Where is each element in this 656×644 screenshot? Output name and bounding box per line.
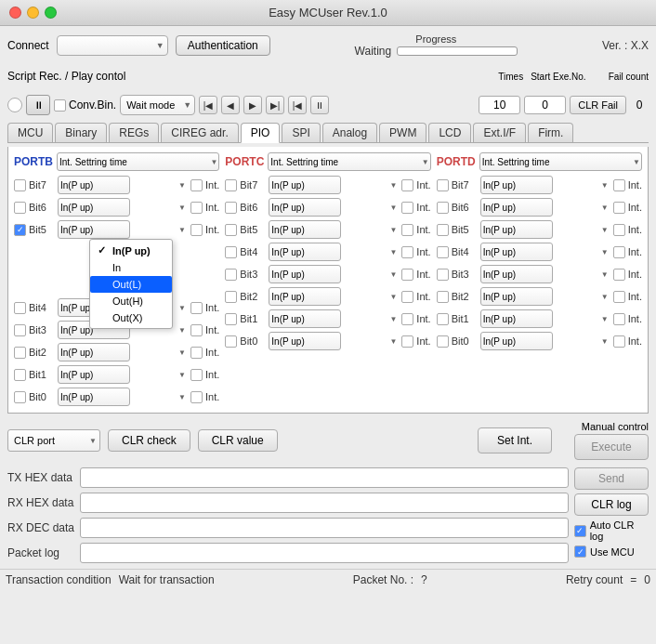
dropdown-item-in[interactable]: In	[90, 259, 172, 276]
dropdown-item-inpup[interactable]: ✓ In(P up)	[90, 242, 172, 259]
maximize-button[interactable]	[45, 7, 57, 19]
portc-bit2-mode-select[interactable]: In(P up)	[269, 287, 341, 306]
portb-bit4-int-check[interactable]	[190, 302, 203, 314]
portb-bit6-mode-select[interactable]: In(P up)	[58, 198, 130, 217]
packet-log-input[interactable]	[80, 543, 569, 563]
authentication-button[interactable]: Authentication	[176, 35, 270, 56]
portd-bit6-int-check[interactable]	[613, 202, 625, 214]
portd-bit5-mode-select[interactable]: In(P up)	[480, 220, 553, 239]
portc-bit7-mode-select[interactable]: In(P up)	[269, 176, 341, 194]
tab-ext-if[interactable]: Ext.I/F	[473, 123, 526, 142]
portd-bit3-mode-select[interactable]: In(P up)	[480, 265, 553, 283]
portb-bit5-int-check[interactable]	[190, 224, 203, 236]
pause-button[interactable]: ⏸	[26, 95, 50, 115]
tab-lcd[interactable]: LCD	[428, 123, 471, 142]
portd-bit4-int-check[interactable]	[613, 246, 625, 258]
portb-bit6-checkbox[interactable]	[14, 202, 26, 214]
portc-bit1-checkbox[interactable]	[225, 313, 237, 325]
portc-bit2-checkbox[interactable]	[225, 291, 237, 303]
minimize-button[interactable]	[27, 7, 39, 19]
portb-setting-select[interactable]: Int. Settring time	[57, 152, 219, 171]
tab-analog[interactable]: Analog	[322, 123, 377, 142]
dropdown-item-outx[interactable]: Out(X)	[90, 309, 172, 326]
clr-fail-button[interactable]: CLR Fail	[570, 96, 626, 114]
portc-bit3-checkbox[interactable]	[225, 269, 237, 281]
portc-bit1-int-check[interactable]	[401, 313, 413, 325]
portd-bit7-mode-select[interactable]: In(P up)	[480, 176, 553, 194]
portc-bit1-mode-select[interactable]: In(P up)	[269, 309, 341, 328]
clr-log-button[interactable]: CLR log	[574, 493, 649, 516]
wait-mode-select[interactable]: Wait mode	[120, 95, 195, 115]
portb-bit7-int-check[interactable]	[190, 179, 203, 191]
portd-bit6-checkbox[interactable]	[437, 202, 449, 214]
tab-regs[interactable]: REGs	[109, 123, 159, 142]
nav-prev-start-button[interactable]: |◀	[199, 96, 217, 114]
radio-button-1[interactable]	[7, 98, 22, 112]
portd-bit4-mode-select[interactable]: In(P up)	[480, 243, 553, 261]
tab-firm[interactable]: Firm.	[528, 123, 573, 142]
portb-bit1-mode-select[interactable]: In(P up)	[58, 365, 130, 384]
portd-bit1-checkbox[interactable]	[437, 313, 449, 325]
clr-check-button[interactable]: CLR check	[108, 429, 190, 452]
portd-bit5-int-check[interactable]	[613, 224, 625, 236]
portb-bit5-mode-select[interactable]: In(P up)	[58, 220, 130, 239]
portc-bit7-checkbox[interactable]	[225, 179, 237, 191]
portb-bit7-checkbox[interactable]	[14, 179, 26, 191]
portc-bit5-checkbox[interactable]	[225, 224, 237, 236]
portd-setting-select[interactable]: Int. Settring time	[479, 152, 642, 171]
portb-bit6-int-check[interactable]	[190, 202, 203, 214]
send-button[interactable]: Send	[574, 467, 649, 490]
tx-hex-input[interactable]	[80, 467, 569, 488]
portd-bit0-int-check[interactable]	[613, 335, 625, 348]
portb-bit1-checkbox[interactable]	[14, 369, 26, 381]
portd-bit6-mode-select[interactable]: In(P up)	[480, 198, 553, 217]
portc-bit4-mode-select[interactable]: In(P up)	[269, 243, 341, 261]
start-exe-input[interactable]	[524, 96, 566, 114]
portc-bit4-checkbox[interactable]	[225, 246, 237, 258]
portc-bit6-checkbox[interactable]	[225, 202, 237, 214]
portc-bit0-int-check[interactable]	[401, 335, 413, 348]
portd-bit3-checkbox[interactable]	[437, 269, 449, 281]
portb-bit5-checkbox[interactable]: ✓	[14, 224, 26, 236]
tab-mcu[interactable]: MCU	[7, 123, 53, 142]
clr-value-button[interactable]: CLR value	[198, 429, 278, 452]
dropdown-item-outh[interactable]: Out(H)	[90, 293, 172, 309]
portc-bit5-mode-select[interactable]: In(P up)	[269, 220, 341, 239]
rx-hex-input[interactable]	[80, 493, 569, 513]
dropdown-item-outl[interactable]: Out(L)	[90, 276, 172, 293]
conv-bin-checkbox[interactable]	[54, 99, 66, 112]
times-input[interactable]	[479, 96, 520, 114]
tab-pio[interactable]: PIO	[241, 123, 281, 143]
portd-bit7-int-check[interactable]	[613, 179, 625, 191]
tab-cireg[interactable]: CIREG adr.	[161, 123, 238, 142]
portd-bit5-checkbox[interactable]	[437, 224, 449, 236]
portd-bit4-checkbox[interactable]	[437, 246, 449, 258]
nav-prev-button[interactable]: ◀	[221, 96, 240, 114]
portb-bit3-checkbox[interactable]	[14, 324, 26, 336]
portd-bit0-checkbox[interactable]	[437, 335, 449, 348]
portc-bit0-mode-select[interactable]: In(P up)	[269, 332, 341, 350]
use-mcu-checkbox[interactable]: ✓	[574, 545, 586, 558]
portb-bit2-checkbox[interactable]	[14, 347, 26, 359]
portd-bit1-int-check[interactable]	[613, 313, 625, 325]
portc-setting-select[interactable]: Int. Settring time	[268, 152, 430, 171]
portd-bit2-int-check[interactable]	[613, 291, 625, 303]
nav-next-end-button[interactable]: ▶|	[266, 96, 284, 114]
portc-bit2-int-check[interactable]	[401, 291, 413, 303]
portd-bit7-checkbox[interactable]	[437, 179, 449, 191]
nav-start-button[interactable]: |◀	[288, 96, 307, 114]
portd-bit2-mode-select[interactable]: In(P up)	[480, 287, 553, 306]
portc-bit5-int-check[interactable]	[401, 224, 413, 236]
portc-bit3-mode-select[interactable]: In(P up)	[269, 265, 341, 283]
clr-port-select[interactable]: CLR port	[7, 429, 100, 452]
conv-bin-group[interactable]: Conv.Bin.	[54, 99, 116, 112]
portc-bit3-int-check[interactable]	[401, 269, 413, 281]
close-button[interactable]	[9, 7, 21, 19]
portd-bit1-mode-select[interactable]: In(P up)	[480, 309, 553, 328]
nav-next-button[interactable]: ▶	[243, 96, 262, 114]
auto-clr-checkbox[interactable]: ✓	[574, 525, 586, 537]
nav-pause2-button[interactable]: ⏸	[310, 96, 329, 114]
portb-bit4-checkbox[interactable]	[14, 302, 26, 314]
set-int-button[interactable]: Set Int.	[478, 427, 552, 453]
execute-button[interactable]: Execute	[574, 434, 649, 460]
